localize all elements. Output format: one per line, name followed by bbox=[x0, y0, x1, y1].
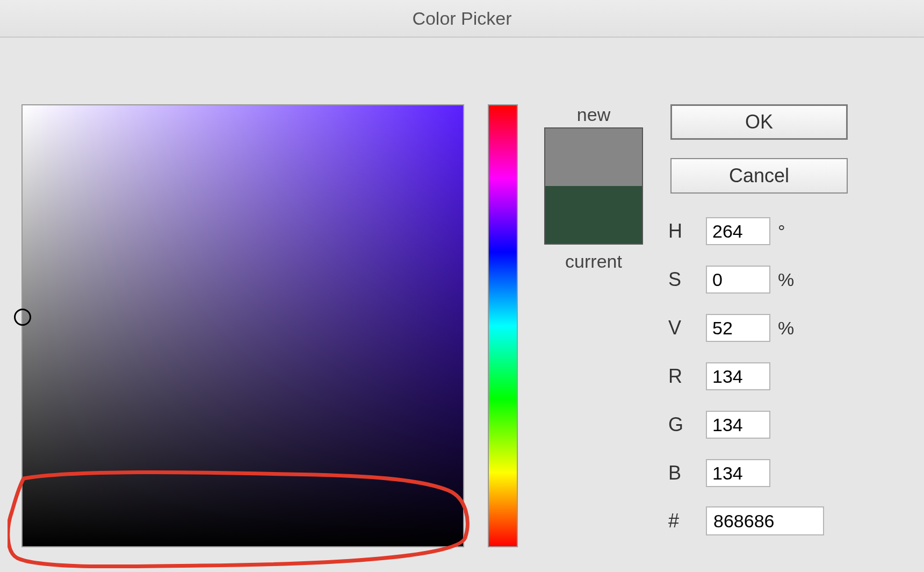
saturation-input[interactable] bbox=[706, 266, 770, 294]
window-title: Color Picker bbox=[0, 0, 924, 38]
hue-label: H bbox=[668, 220, 706, 242]
sv-picker[interactable] bbox=[21, 104, 464, 547]
new-color-label: new bbox=[537, 104, 650, 125]
red-label: R bbox=[668, 365, 706, 388]
green-input[interactable] bbox=[706, 411, 770, 439]
hex-label: # bbox=[668, 510, 706, 532]
color-swatch bbox=[544, 127, 643, 245]
red-input[interactable] bbox=[706, 362, 770, 390]
blue-label: B bbox=[668, 462, 706, 484]
hue-gradient bbox=[489, 105, 517, 546]
green-label: G bbox=[668, 413, 706, 436]
hue-input[interactable] bbox=[706, 217, 770, 245]
hex-input[interactable] bbox=[706, 506, 824, 535]
blue-input[interactable] bbox=[706, 459, 770, 487]
saturation-unit: % bbox=[778, 269, 794, 290]
value-input[interactable] bbox=[706, 314, 770, 342]
hue-unit: ° bbox=[778, 221, 785, 242]
value-label: V bbox=[668, 317, 706, 339]
cancel-button[interactable]: Cancel bbox=[670, 158, 848, 194]
saturation-label: S bbox=[668, 268, 706, 291]
sv-black-layer bbox=[23, 105, 463, 546]
current-color-label: current bbox=[537, 251, 650, 272]
current-color-swatch bbox=[545, 186, 642, 244]
hue-slider[interactable] bbox=[488, 104, 518, 547]
ok-button[interactable]: OK bbox=[670, 104, 848, 140]
value-unit: % bbox=[778, 318, 794, 339]
new-color-swatch bbox=[545, 128, 642, 186]
